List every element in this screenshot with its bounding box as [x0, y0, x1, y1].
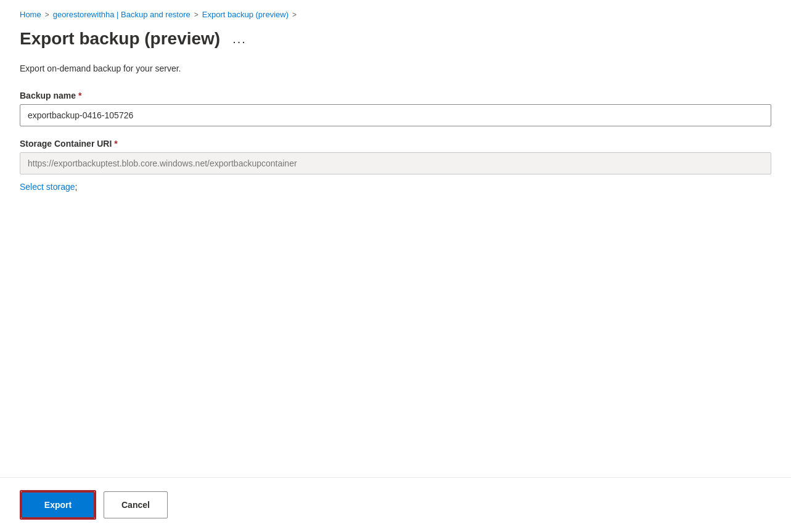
storage-uri-group: Storage Container URI * Select storage;	[20, 139, 771, 192]
storage-uri-label-text: Storage Container URI	[20, 139, 112, 149]
breadcrumb-separator-1: >	[45, 10, 49, 19]
footer: Export Cancel	[20, 478, 771, 532]
breadcrumb-separator-2: >	[194, 10, 199, 19]
backup-name-label: Backup name *	[20, 91, 771, 100]
storage-uri-required: *	[114, 139, 117, 149]
select-storage-suffix: ;	[75, 182, 78, 192]
breadcrumb-home[interactable]: Home	[20, 10, 41, 19]
backup-name-input[interactable]	[20, 104, 771, 126]
page-title: Export backup (preview)	[20, 29, 220, 49]
select-storage-link[interactable]: Select storage	[20, 182, 75, 192]
breadcrumb-current[interactable]: Export backup (preview)	[202, 10, 289, 19]
backup-name-required: *	[78, 91, 81, 100]
page-description: Export on-demand backup for your server.	[20, 63, 771, 73]
storage-uri-input[interactable]	[20, 152, 771, 174]
export-button[interactable]: Export	[21, 491, 95, 518]
breadcrumb-resource[interactable]: georestorewithha | Backup and restore	[53, 10, 191, 19]
cancel-button[interactable]: Cancel	[104, 491, 168, 518]
export-button-wrapper: Export	[20, 490, 96, 520]
storage-uri-label: Storage Container URI *	[20, 139, 771, 149]
form-section: Backup name * Storage Container URI * Se…	[20, 91, 771, 477]
backup-name-group: Backup name *	[20, 91, 771, 126]
breadcrumb-separator-3: >	[292, 10, 297, 19]
breadcrumb: Home > georestorewithha | Backup and res…	[20, 10, 771, 19]
page-title-row: Export backup (preview) ...	[20, 29, 771, 49]
select-storage-row: Select storage;	[20, 178, 771, 192]
ellipsis-button[interactable]: ...	[227, 30, 252, 49]
backup-name-label-text: Backup name	[20, 91, 76, 100]
